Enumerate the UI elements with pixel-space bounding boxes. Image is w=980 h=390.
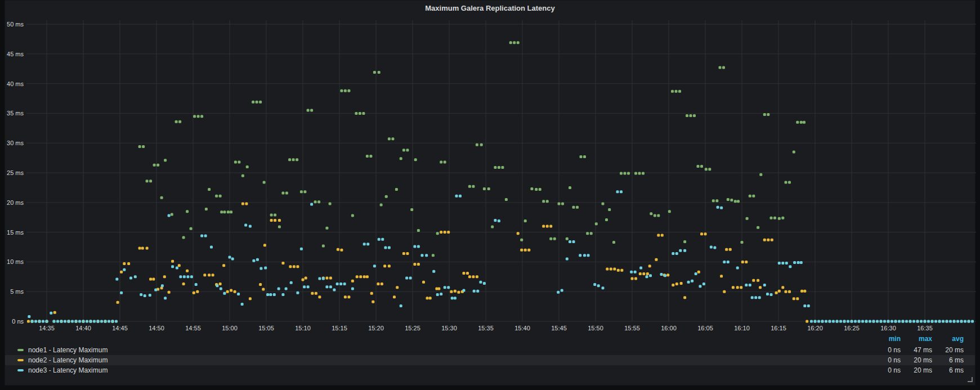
data-point-node2[interactable] bbox=[311, 292, 314, 295]
data-point-node1[interactable] bbox=[252, 101, 254, 104]
data-point-node1[interactable] bbox=[378, 71, 381, 74]
data-point-node1[interactable] bbox=[362, 112, 365, 115]
data-point-node1[interactable] bbox=[778, 217, 781, 220]
data-point-node2[interactable] bbox=[697, 271, 700, 274]
data-point-node3[interactable] bbox=[249, 225, 252, 228]
data-point-node2[interactable] bbox=[729, 248, 732, 251]
data-point-node1[interactable] bbox=[223, 210, 226, 213]
data-point-node1[interactable] bbox=[234, 160, 237, 163]
data-point-node1[interactable] bbox=[156, 164, 159, 167]
data-point-node1[interactable] bbox=[263, 181, 266, 183]
data-point-node1[interactable] bbox=[796, 121, 799, 124]
data-point-node3[interactable] bbox=[256, 258, 259, 261]
data-point-node2[interactable] bbox=[152, 278, 155, 281]
data-point-node2[interactable] bbox=[655, 258, 657, 261]
data-point-node3[interactable] bbox=[322, 277, 325, 280]
data-point-node1[interactable] bbox=[595, 222, 598, 225]
data-point-node2[interactable] bbox=[683, 296, 686, 299]
data-point-node2[interactable] bbox=[723, 290, 726, 293]
data-point-node3[interactable] bbox=[447, 286, 450, 289]
data-point-node1[interactable] bbox=[501, 166, 504, 169]
data-point-node2[interactable] bbox=[203, 274, 206, 276]
data-point-node2[interactable] bbox=[757, 279, 759, 282]
data-point-node3[interactable] bbox=[436, 293, 439, 296]
data-point-node2[interactable] bbox=[450, 290, 453, 293]
data-point-node1[interactable] bbox=[142, 145, 145, 148]
panel-resize-handle[interactable] bbox=[968, 377, 973, 382]
data-point-node3[interactable] bbox=[241, 303, 244, 306]
data-point-node1[interactable] bbox=[569, 186, 571, 189]
data-point-node3[interactable] bbox=[473, 290, 476, 293]
data-point-node2[interactable] bbox=[767, 239, 769, 241]
data-point-node3[interactable] bbox=[687, 281, 690, 284]
data-point-node3[interactable] bbox=[964, 320, 966, 323]
data-point-node2[interactable] bbox=[318, 295, 321, 298]
data-point-node2[interactable] bbox=[527, 249, 530, 252]
data-point-node3[interactable] bbox=[75, 320, 78, 323]
data-point-node3[interactable] bbox=[90, 320, 92, 323]
data-point-node3[interactable] bbox=[829, 320, 831, 323]
data-point-node3[interactable] bbox=[120, 292, 123, 294]
data-point-node3[interactable] bbox=[699, 285, 701, 288]
data-point-node2[interactable] bbox=[359, 275, 362, 278]
data-point-node3[interactable] bbox=[695, 272, 697, 275]
data-point-node2[interactable] bbox=[120, 271, 123, 274]
data-point-node3[interactable] bbox=[444, 286, 446, 289]
data-point-node1[interactable] bbox=[757, 226, 759, 229]
data-point-node3[interactable] bbox=[373, 265, 376, 267]
data-point-node1[interactable] bbox=[230, 210, 232, 213]
data-point-node2[interactable] bbox=[740, 286, 742, 289]
data-point-node1[interactable] bbox=[476, 144, 478, 146]
data-point-node3[interactable] bbox=[425, 254, 428, 257]
data-point-node2[interactable] bbox=[413, 263, 416, 266]
data-point-node1[interactable] bbox=[708, 168, 711, 171]
data-point-node2[interactable] bbox=[672, 284, 674, 286]
data-point-node3[interactable] bbox=[803, 304, 806, 307]
data-point-node1[interactable] bbox=[219, 195, 222, 198]
data-point-node3[interactable] bbox=[405, 276, 408, 279]
data-point-node1[interactable] bbox=[270, 213, 273, 216]
data-point-node1[interactable] bbox=[175, 120, 178, 123]
data-point-node3[interactable] bbox=[912, 320, 915, 323]
data-point-node3[interactable] bbox=[660, 273, 663, 276]
data-point-node1[interactable] bbox=[325, 227, 328, 230]
data-point-node2[interactable] bbox=[383, 265, 386, 267]
data-point-node1[interactable] bbox=[436, 232, 439, 235]
data-point-node1[interactable] bbox=[654, 214, 656, 217]
data-point-node3[interactable] bbox=[713, 246, 716, 249]
data-point-node2[interactable] bbox=[803, 290, 806, 293]
data-point-node3[interactable] bbox=[307, 285, 310, 288]
data-point-node1[interactable] bbox=[303, 190, 306, 193]
data-point-node3[interactable] bbox=[115, 320, 118, 323]
data-point-node3[interactable] bbox=[300, 248, 303, 250]
data-point-node2[interactable] bbox=[347, 295, 350, 298]
data-point-node3[interactable] bbox=[916, 320, 919, 323]
data-point-node1[interactable] bbox=[785, 181, 787, 183]
data-point-node2[interactable] bbox=[447, 231, 450, 234]
data-point-node3[interactable] bbox=[34, 320, 37, 323]
legend-header-max[interactable]: max bbox=[900, 335, 932, 343]
data-point-node2[interactable] bbox=[680, 282, 683, 285]
data-point-node3[interactable] bbox=[498, 219, 500, 222]
data-point-node3[interactable] bbox=[825, 320, 827, 323]
data-point-node1[interactable] bbox=[697, 165, 700, 168]
data-point-node1[interactable] bbox=[215, 195, 218, 198]
data-point-node3[interactable] bbox=[583, 254, 586, 257]
data-point-node1[interactable] bbox=[220, 210, 223, 213]
data-point-node1[interactable] bbox=[483, 187, 486, 190]
data-point-node3[interactable] bbox=[579, 254, 581, 257]
data-point-node3[interactable] bbox=[266, 293, 269, 296]
data-point-node2[interactable] bbox=[775, 292, 778, 294]
data-point-node2[interactable] bbox=[178, 264, 181, 267]
data-point-node1[interactable] bbox=[385, 195, 388, 198]
data-point-node1[interactable] bbox=[340, 89, 343, 92]
data-point-node3[interactable] bbox=[179, 275, 182, 278]
data-point-node1[interactable] bbox=[208, 188, 211, 191]
data-point-node1[interactable] bbox=[572, 206, 575, 209]
data-point-node3[interactable] bbox=[602, 286, 605, 289]
data-point-node3[interactable] bbox=[200, 234, 203, 237]
data-point-node2[interactable] bbox=[245, 202, 248, 205]
data-point-node3[interactable] bbox=[108, 320, 110, 323]
data-point-node3[interactable] bbox=[672, 252, 674, 255]
data-point-node1[interactable] bbox=[259, 101, 262, 104]
